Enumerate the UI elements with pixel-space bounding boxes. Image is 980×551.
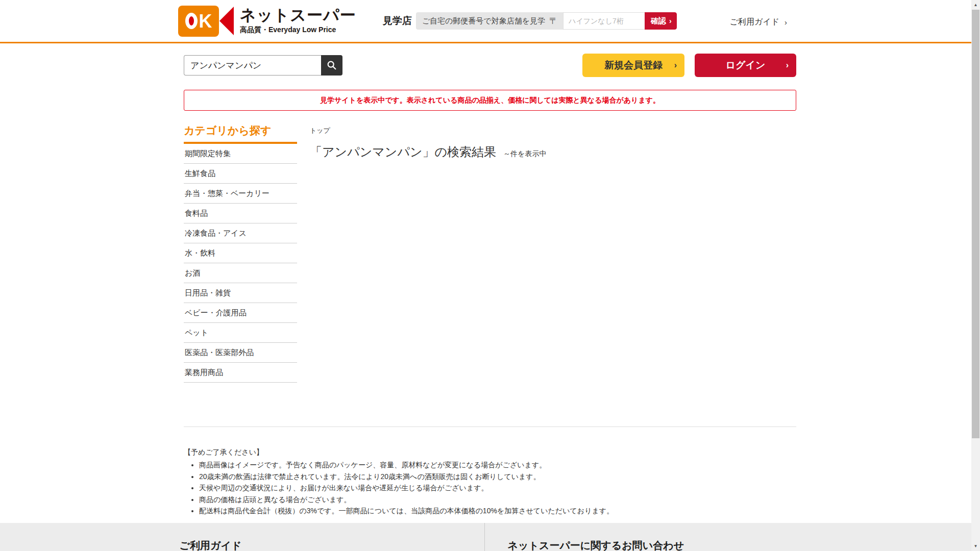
search-button[interactable] [321, 55, 342, 76]
sidebar-item-limited-time[interactable]: 期間限定特集 [184, 144, 297, 164]
scroll-down-arrow-icon[interactable]: ▼ [971, 542, 980, 550]
chevron-right-icon: › [785, 18, 787, 27]
sidebar-item-daily-goods[interactable]: 日用品・雑貨 [184, 283, 297, 303]
store-selector-bar: 見学店 ご自宅の郵便番号で対象店舗を見学 〒 確認 › [383, 12, 677, 30]
disclaimer-item: 商品画像はイメージです。予告なく商品のパッケージ、容量、原材料などが変更になる場… [199, 460, 796, 469]
store-mode-label: 見学店 [383, 14, 412, 28]
postal-prompt-text: ご自宅の郵便番号で対象店舗を見学 [422, 16, 545, 26]
result-count-text: ～件を表示中 [503, 149, 546, 158]
scrollbar-thumb[interactable] [972, 10, 979, 438]
search-toolbar: 新規会員登録 › ログイン › [184, 53, 796, 78]
register-button[interactable]: 新規会員登録 › [582, 54, 684, 77]
ok-store-logo[interactable]: K ネットスーパー 高品質・Everyday Low Price [178, 6, 356, 37]
page-scrollbar[interactable]: ▲ ▼ [971, 0, 980, 551]
disclaimer-item: 天候や周辺の交通状況により、お届けが出来ない場合や遅延が生じる場合がございます。 [199, 483, 796, 492]
sidebar-item-baby-care[interactable]: ベビー・介護用品 [184, 303, 297, 323]
page-footer: ご利用ガイド ネットスーパーに関するお問い合わせ [0, 523, 971, 551]
category-list: 期間限定特集 生鮮食品 弁当・惣菜・ベーカリー 食料品 冷凍食品・アイス 水・飲… [184, 144, 297, 383]
search-results-area: トップ 「アンパンマンパン」の検索結果～件を表示中 [310, 124, 796, 160]
sidebar-item-business-products[interactable]: 業務用商品 [184, 363, 297, 383]
sidebar-item-groceries[interactable]: 食料品 [184, 204, 297, 223]
postal-prompt: ご自宅の郵便番号で対象店舗を見学 〒 [416, 12, 563, 30]
chevron-right-icon: › [786, 61, 789, 70]
postal-mark-icon: 〒 [549, 15, 558, 27]
sidebar-item-alcohol[interactable]: お酒 [184, 263, 297, 283]
logo-arrow-shape [219, 7, 234, 35]
disclaimer-notes: 【予めご了承ください】 商品画像はイメージです。予告なく商品のパッケージ、容量、… [184, 448, 796, 515]
sidebar-item-bento-deli-bakery[interactable]: 弁当・惣菜・ベーカリー [184, 184, 297, 204]
postal-code-input[interactable] [563, 12, 645, 30]
disclaimer-heading: 【予めご了承ください】 [184, 448, 796, 457]
sidebar-item-water-drinks[interactable]: 水・飲料 [184, 243, 297, 263]
product-search-input[interactable] [184, 55, 321, 76]
disclaimer-list: 商品画像はイメージです。予告なく商品のパッケージ、容量、原材料などが変更になる場… [199, 460, 796, 515]
footer-guide-heading: ご利用ガイド [180, 539, 484, 551]
logo-letter-k: K [199, 11, 212, 31]
disclaimer-item: 商品の価格は店頭と異なる場合がございます。 [199, 495, 796, 504]
login-button[interactable]: ログイン › [695, 54, 796, 77]
chevron-right-icon: › [669, 17, 672, 25]
sidebar-item-pet[interactable]: ペット [184, 323, 297, 343]
scroll-up-arrow-icon[interactable]: ▲ [971, 1, 980, 9]
category-sidebar: カテゴリから探す 期間限定特集 生鮮食品 弁当・惣菜・ベーカリー 食料品 冷凍食… [184, 124, 297, 383]
site-header: K ネットスーパー 高品質・Everyday Low Price 見学店 ご自宅… [0, 0, 980, 43]
category-heading: カテゴリから探す [184, 124, 297, 137]
search-icon [326, 60, 337, 71]
preview-site-notice: 見学サイトを表示中です。表示されている商品の品揃え、価格に関しては実際と異なる場… [184, 90, 796, 111]
breadcrumb[interactable]: トップ [310, 126, 796, 135]
sidebar-item-frozen-ice[interactable]: 冷凍食品・アイス [184, 223, 297, 243]
site-title: ネットスーパー [240, 7, 356, 24]
content-footer-divider [184, 427, 796, 427]
ok-logo-mark: K [178, 6, 234, 37]
usage-guide-link[interactable]: ご利用ガイド › [730, 17, 788, 28]
chevron-right-icon: › [674, 61, 677, 70]
postal-confirm-button[interactable]: 確認 › [645, 12, 677, 30]
site-tagline: 高品質・Everyday Low Price [240, 26, 356, 35]
sidebar-item-medicine[interactable]: 医薬品・医薬部外品 [184, 343, 297, 363]
logo-letter-o [185, 13, 198, 29]
disclaimer-item: 配送料は商品代金合計（税抜）の3%です。一部商品については、当該商品の本体価格の… [199, 506, 796, 515]
footer-contact-heading: ネットスーパーに関するお問い合わせ [508, 539, 792, 551]
sidebar-item-fresh-food[interactable]: 生鮮食品 [184, 164, 297, 184]
search-results-title: 「アンパンマンパン」の検索結果～件を表示中 [310, 144, 796, 160]
disclaimer-item: 20歳未満の飲酒は法律で禁止されています。法令により20歳未満への酒類販売は固く… [199, 472, 796, 481]
